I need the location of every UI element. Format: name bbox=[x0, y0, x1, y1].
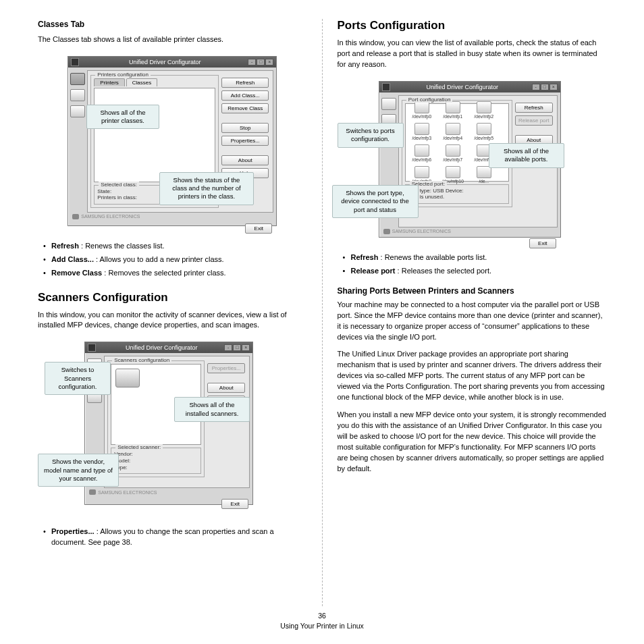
port-label: /dev/mfp3 bbox=[412, 136, 431, 140]
bullet-release-port: Release port : Releases the selected por… bbox=[343, 266, 607, 277]
port-icon bbox=[477, 166, 491, 178]
exit-button[interactable]: Exit bbox=[529, 238, 556, 248]
printer-icon[interactable] bbox=[381, 98, 396, 110]
win-close-icon[interactable]: × bbox=[242, 344, 250, 351]
printers-config-legend: Printers configuration bbox=[95, 72, 151, 78]
port-icon bbox=[446, 123, 460, 135]
port-item[interactable]: /dev/mfp3 bbox=[410, 123, 434, 140]
port-icon bbox=[477, 123, 491, 135]
port-icon bbox=[414, 166, 429, 178]
page-footer: 36 Using Your Printer in Linux bbox=[0, 611, 644, 633]
add-class-button[interactable]: Add Class... bbox=[221, 90, 269, 101]
port-icon bbox=[414, 101, 429, 113]
port-type-row: Port type: USB Device: bbox=[408, 188, 506, 194]
port-label: /dev/mfp6 bbox=[412, 157, 431, 162]
port-icon bbox=[477, 101, 491, 113]
bullet-ports-refresh: Refresh : Renews the available ports lis… bbox=[343, 252, 607, 263]
app-icon bbox=[71, 58, 79, 66]
win-min-icon[interactable]: - bbox=[224, 344, 232, 351]
ports-window-title: Unified Driver Configurator bbox=[393, 84, 532, 90]
ports-grid[interactable]: /dev/mfp0/dev/mfp1/dev/mfp2/dev/mfp3/dev… bbox=[406, 97, 508, 188]
port-label: /dev/mfp7 bbox=[443, 157, 462, 162]
callout-classes-status: Shows the status of the class and the nu… bbox=[159, 172, 254, 205]
about-button[interactable]: About bbox=[221, 155, 269, 165]
samsung-logo: SAMSUNG ELECTRONICS bbox=[379, 227, 560, 236]
port-item[interactable]: /dev/mfp5 bbox=[472, 123, 496, 140]
footer-text: Using Your Printer in Linux bbox=[0, 621, 644, 632]
tab-classes[interactable]: Classes bbox=[126, 78, 157, 86]
win-max-icon[interactable]: □ bbox=[257, 59, 265, 65]
win-min-icon[interactable]: - bbox=[248, 59, 256, 65]
ports-refresh-button[interactable]: Refresh bbox=[515, 103, 553, 113]
ports-icon[interactable] bbox=[70, 105, 85, 117]
scanner-device-icon[interactable] bbox=[115, 369, 140, 387]
ports-titlebar: Unified Driver Configurator - □ × bbox=[379, 82, 560, 92]
port-label: /dev/mfp1 bbox=[443, 114, 462, 119]
remove-class-button[interactable]: Remove Class bbox=[221, 103, 269, 113]
port-icon bbox=[446, 166, 460, 178]
port-item[interactable]: /dev/mfp2 bbox=[472, 101, 496, 119]
port-label: /dev/mfp2 bbox=[474, 114, 493, 119]
sharing-p3: When you install a new MFP device onto y… bbox=[338, 410, 607, 475]
page-number: 36 bbox=[0, 611, 644, 622]
win-close-icon[interactable]: × bbox=[265, 59, 273, 65]
win-max-icon[interactable]: □ bbox=[541, 84, 549, 90]
win-close-icon[interactable]: × bbox=[549, 84, 558, 90]
tab-printers[interactable]: Printers bbox=[94, 78, 125, 86]
port-item[interactable]: /dev/mfp4 bbox=[441, 123, 465, 140]
port-icon bbox=[414, 123, 429, 135]
scanners-figure-wrap: Unified Driver Configurator - □ × bbox=[38, 338, 307, 513]
scanner-about-button[interactable]: About bbox=[207, 383, 245, 393]
ports-figure-wrap: Unified Driver Configurator - □ × bbox=[338, 77, 607, 246]
stop-button[interactable]: Stop bbox=[221, 123, 269, 133]
sharing-p1: Your machine may be connected to a host … bbox=[338, 300, 607, 343]
sharing-p2: The Unified Linux Driver package provide… bbox=[338, 349, 607, 403]
ports-bullets: Refresh : Renews the available ports lis… bbox=[338, 252, 607, 277]
port-label: /dev/mfp5 bbox=[474, 136, 493, 140]
classes-figure-wrap: Unified Driver Configurator - □ × bbox=[38, 52, 307, 234]
callout-ports-list: Shows all of the available ports. bbox=[489, 143, 564, 168]
ports-intro: In this window, you can view the list of… bbox=[338, 38, 607, 70]
classes-list-area[interactable] bbox=[94, 88, 215, 182]
scanner-vendor-row: Vendor: bbox=[114, 451, 198, 458]
classes-tab-heading: Classes Tab bbox=[38, 19, 307, 30]
port-unused-row: Port is unused. bbox=[408, 194, 506, 200]
bullet-properties: Properties... : Allows you to change the… bbox=[43, 527, 307, 548]
callout-scanner-vendor: Shows the vendor, model name and type of… bbox=[38, 454, 119, 487]
port-config-legend: Port configuration bbox=[406, 97, 453, 103]
scanners-intro: In this window, you can monitor the acti… bbox=[38, 310, 307, 331]
scanners-heading: Scanners Configuration bbox=[38, 291, 307, 304]
port-item[interactable]: /dev/mfp6 bbox=[410, 144, 434, 162]
callout-ports-switch: Switches to ports configuration. bbox=[338, 123, 404, 148]
refresh-button[interactable]: Refresh bbox=[221, 78, 269, 88]
port-item[interactable]: /dev/mfp0 bbox=[410, 101, 434, 119]
classes-window-title: Unified Driver Configurator bbox=[82, 59, 248, 65]
scanners-titlebar: Unified Driver Configurator - □ × bbox=[85, 342, 252, 353]
win-max-icon[interactable]: □ bbox=[233, 344, 241, 351]
bullet-remove-class: Remove Class : Removes the selected prin… bbox=[43, 268, 307, 279]
release-port-button[interactable]: Release port bbox=[515, 115, 553, 126]
win-min-icon[interactable]: - bbox=[532, 84, 540, 90]
scanners-bullets: Properties... : Allows you to change the… bbox=[38, 527, 307, 548]
port-label: /de... bbox=[479, 179, 489, 184]
classes-intro: The Classes tab shows a list of availabl… bbox=[38, 34, 307, 45]
port-label: /dev/mfp4 bbox=[443, 136, 462, 140]
printer-icon[interactable] bbox=[70, 73, 85, 85]
sharing-heading: Sharing Ports Between Printers and Scann… bbox=[338, 286, 607, 296]
app-icon bbox=[382, 83, 390, 91]
exit-button[interactable]: Exit bbox=[245, 223, 272, 234]
port-item[interactable]: /de... bbox=[472, 166, 496, 184]
classes-sidebar bbox=[68, 68, 87, 213]
port-label: /dev/mfp0 bbox=[412, 114, 431, 119]
exit-button[interactable]: Exit bbox=[221, 499, 248, 509]
port-icon bbox=[414, 144, 429, 157]
selected-scanner-legend: Selected scanner: bbox=[115, 444, 163, 450]
scanner-icon[interactable] bbox=[70, 89, 85, 101]
port-icon bbox=[446, 144, 460, 157]
scanners-window-title: Unified Driver Configurator bbox=[99, 344, 224, 351]
port-item[interactable]: /dev/mfp1 bbox=[441, 101, 465, 119]
scanner-properties-button[interactable]: Properties... bbox=[207, 363, 245, 373]
port-item[interactable]: /dev/mfp7 bbox=[441, 144, 465, 162]
callout-classes-list: Shows all of the printer classes. bbox=[86, 105, 159, 130]
properties-button[interactable]: Properties... bbox=[221, 136, 269, 146]
